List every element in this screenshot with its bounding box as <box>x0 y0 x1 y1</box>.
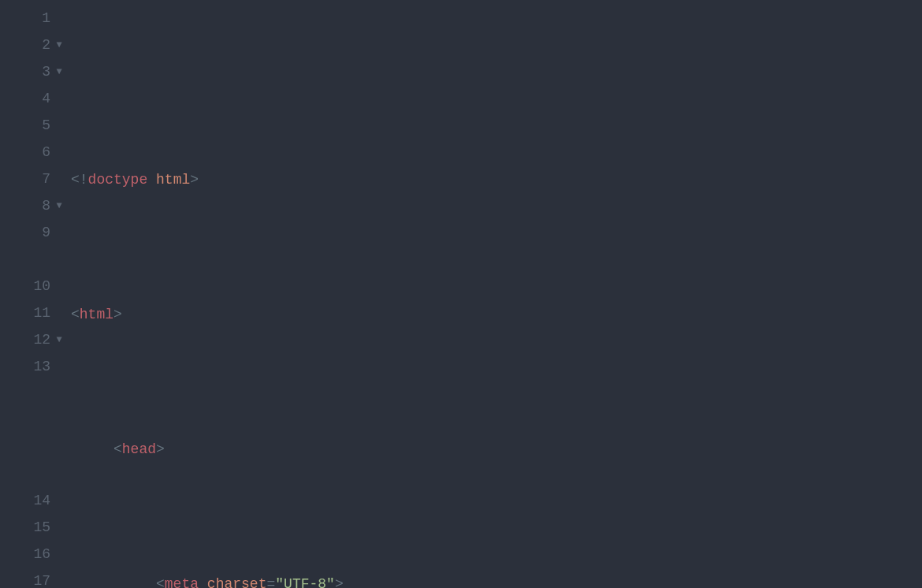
gutter-line: 9 <box>0 219 63 246</box>
line-number: 11 <box>33 300 50 326</box>
gutter-line: 4 <box>0 85 63 112</box>
line-number: 1 <box>42 5 50 32</box>
line-number: 13 <box>33 353 50 380</box>
fold-icon[interactable]: ▼ <box>55 63 63 81</box>
line-number: 5 <box>42 112 50 139</box>
line-number: 2 <box>42 32 50 58</box>
line-number: 14 <box>33 487 50 514</box>
punct: > <box>113 301 122 328</box>
line-number: 7 <box>42 166 50 192</box>
line-number: 9 <box>42 219 50 246</box>
punct: > <box>156 436 165 463</box>
gutter-line: 15 <box>0 514 63 541</box>
gutter-line: 17 <box>0 568 63 588</box>
attr: html <box>156 166 190 193</box>
gutter-line <box>0 380 63 407</box>
gutter-line: 12▼ <box>0 326 63 353</box>
gutter-line: 6 <box>0 139 63 166</box>
gutter-line: 2▼ <box>0 32 63 58</box>
line-number: 4 <box>42 85 50 112</box>
gutter-line: 11 <box>0 300 63 326</box>
line-number: 16 <box>33 541 50 568</box>
line-number: 8 <box>42 192 50 219</box>
code-line[interactable]: <meta charset="UTF-8"> <box>71 571 922 588</box>
line-number: 3 <box>42 58 50 85</box>
line-number: 17 <box>33 568 50 588</box>
tag: html <box>80 301 113 328</box>
code-editor: 12▼3▼45678▼9101112▼13141516171819 <!doct… <box>0 0 922 588</box>
gutter-line <box>0 407 63 434</box>
gutter-line: 3▼ <box>0 58 63 85</box>
fold-icon[interactable]: ▼ <box>55 197 63 215</box>
punct: < <box>113 436 122 463</box>
gutter-line <box>0 434 63 460</box>
tag: meta <box>165 571 199 588</box>
line-number: 15 <box>33 514 50 541</box>
tag: doctype <box>88 166 148 193</box>
gutter: 12▼3▼45678▼9101112▼13141516171819 <box>0 0 71 588</box>
tag: head <box>122 436 156 463</box>
attr: charset <box>207 571 267 588</box>
gutter-line: 13 <box>0 353 63 380</box>
gutter-line: 1 <box>0 5 63 32</box>
gutter-line <box>0 460 63 487</box>
gutter-line <box>0 246 63 273</box>
punct: <! <box>71 166 88 193</box>
line-number: 6 <box>42 139 50 166</box>
gutter-line: 10 <box>0 273 63 300</box>
gutter-line: 16 <box>0 541 63 568</box>
gutter-line: 14 <box>0 487 63 514</box>
fold-icon[interactable]: ▼ <box>55 331 63 349</box>
code-line[interactable]: <head> <box>71 436 922 463</box>
punct: > <box>190 166 199 193</box>
gutter-line: 8▼ <box>0 192 63 219</box>
gutter-line: 5 <box>0 112 63 139</box>
line-number: 12 <box>33 326 50 353</box>
code-line[interactable]: <html> <box>71 301 922 328</box>
punct: < <box>156 571 165 588</box>
space <box>147 166 156 193</box>
punct: < <box>71 301 80 328</box>
code-line[interactable]: <!doctype html> <box>71 166 922 193</box>
string: UTF-8 <box>284 571 326 588</box>
line-number: 10 <box>33 273 50 300</box>
fold-icon[interactable]: ▼ <box>55 36 63 54</box>
code-area[interactable]: <!doctype html> <html> <head> <meta char… <box>71 0 922 588</box>
gutter-line: 7 <box>0 166 63 192</box>
